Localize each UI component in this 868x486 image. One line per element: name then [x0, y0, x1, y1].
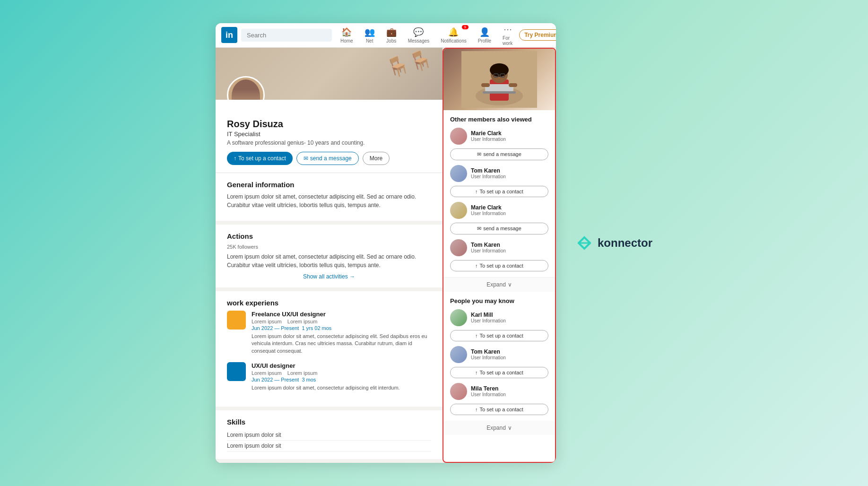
people-member-item-2: Tom Karen User Information [450, 346, 548, 363]
skills-section: Skills Lorem ipsum dolor sit Lorem ipsum… [216, 410, 443, 463]
konnector-icon [575, 234, 594, 252]
nav-home[interactable]: 🏠 Home [336, 25, 358, 45]
nav-notifications[interactable]: 9 🔔 Notifications [436, 25, 471, 45]
work-details-2: UX/UI designer Lorem ipsum Lorem ipsum J… [252, 362, 431, 391]
right-sidebar: Other members also viewed Marie Clark Us… [443, 48, 556, 463]
member-item-2: Tom Karen User Information [450, 165, 548, 182]
work-desc-2: Lorem ipsum dolor sit amet, consectetur … [252, 384, 431, 391]
nav-profile[interactable]: 👤 Profile [473, 25, 496, 45]
member-4-contact-button[interactable]: ↑ To set up a contact [450, 260, 548, 271]
jobs-icon: 💼 [386, 27, 397, 37]
profile-title: IT Specialist [227, 130, 431, 138]
work-icon-1 [227, 311, 246, 330]
search-input[interactable] [241, 29, 332, 42]
konnector-name: konnector [598, 236, 652, 250]
message-button-label: send a message [310, 155, 352, 162]
svg-rect-7 [481, 83, 490, 87]
for-work-icon: ⋯ [503, 24, 512, 35]
member-1-message-button[interactable]: ✉ send a message [450, 148, 548, 160]
also-viewed-member-1: Marie Clark User Information ✉ send a me… [450, 128, 548, 160]
more-button[interactable]: More [363, 152, 390, 165]
nav-jobs[interactable]: 💼 Jobs [382, 25, 401, 45]
contact-icon: ↑ [234, 155, 236, 162]
member-name-4: Tom Karen [471, 242, 548, 248]
member-avatar-2 [450, 165, 467, 182]
nav-for-work[interactable]: ⋯ For work [498, 23, 517, 48]
premium-button[interactable]: Try Premium for free [519, 29, 556, 41]
member-info-2: Tom Karen User Information [471, 167, 548, 179]
member-avatar-1 [450, 128, 467, 145]
expand-also-viewed-button[interactable]: Expand ∨ [443, 278, 555, 292]
show-activities-link[interactable]: Show all activities → [227, 273, 431, 280]
svg-rect-8 [509, 83, 517, 87]
nav-messages[interactable]: 💬 Messages [403, 25, 434, 45]
people-avatar-2 [450, 346, 467, 363]
konnector-logo: konnector [575, 234, 652, 252]
work-icon-2 [227, 362, 246, 381]
profile-info: Rosy Disuza IT Specialist A software pro… [216, 100, 443, 173]
nav-notifications-label: Notifications [441, 38, 466, 43]
nav-profile-label: Profile [478, 38, 491, 43]
work-title: work experiens [227, 299, 431, 307]
member-role-4: User Information [471, 248, 548, 253]
work-company-2: Lorem ipsum Lorem ipsum [252, 370, 431, 376]
actions-title: Actions [227, 232, 431, 240]
work-duration-2: Jun 2022 — Present 3 mos [252, 377, 431, 382]
work-title-2: UX/UI designer [252, 362, 431, 369]
notifications-icon: 🔔 [448, 27, 459, 37]
chevron-down-icon-2: ∨ [508, 425, 512, 431]
people-1-contact-button[interactable]: ↑ To set up a contact [450, 330, 548, 341]
contact-button[interactable]: ↑ To set up a contact [227, 152, 293, 165]
contact-icon-p2: ↑ [475, 370, 478, 375]
member-item-4: Tom Karen User Information [450, 239, 548, 256]
linkedin-logo[interactable]: in [221, 27, 237, 43]
people-role-1: User Information [471, 318, 548, 323]
work-experience-section: work experiens Freelance UX/UI designer … [216, 291, 443, 411]
people-info-3: Mila Teren User Information [471, 385, 548, 397]
message-icon: ✉ [304, 155, 308, 162]
people-2-contact-button[interactable]: ↑ To set up a contact [450, 367, 548, 378]
profile-actions: ↑ To set up a contact ✉ send a message M… [227, 152, 431, 165]
profile-section: 🪑🪑 Rosy Disuza IT Specialist A software … [216, 48, 443, 463]
member-role-2: User Information [471, 174, 548, 179]
people-avatar-1 [450, 309, 467, 326]
people-member-item-3: Mila Teren User Information [450, 383, 548, 400]
message-button[interactable]: ✉ send a message [296, 152, 359, 165]
skill-item-2: Lorem ipsum dolor sit [227, 441, 431, 451]
promo-illustration [461, 51, 537, 108]
svg-rect-5 [483, 91, 516, 94]
work-item-2: UX/UI designer Lorem ipsum Lorem ipsum J… [227, 362, 431, 391]
member-3-message-button[interactable]: ✉ send a message [450, 223, 548, 234]
member-name-1: Marie Clark [471, 130, 548, 137]
people-info-1: Karl Mill User Information [471, 312, 548, 323]
people-you-may-know-section: People you may know Karl Mill User Infor… [443, 292, 555, 421]
general-info-title: General information [227, 181, 431, 189]
member-item-1: Marie Clark User Information [450, 128, 548, 145]
profile-name: Rosy Disuza [227, 119, 431, 130]
people-3-contact-button[interactable]: ↑ To set up a contact [450, 404, 548, 415]
expand-label-2: Expand [486, 425, 506, 431]
member-name-3: Marie Clark [471, 204, 548, 211]
message-icon-1: ✉ [477, 151, 481, 157]
work-duration-1: Jun 2022 — Present 1 yrs 02 mos [252, 325, 431, 331]
nav-home-label: Home [340, 38, 353, 43]
profile-bio: A software professional genius- 10 years… [227, 139, 431, 146]
work-item-1: Freelance UX/UI designer Lorem ipsum Lor… [227, 311, 431, 355]
skills-title: Skills [227, 418, 431, 426]
contact-button-label: To set up a contact [238, 155, 286, 162]
people-info-2: Tom Karen User Information [471, 348, 548, 360]
expand-label-1: Expand [486, 281, 506, 288]
expand-people-button[interactable]: Expand ∨ [443, 421, 555, 435]
member-info-4: Tom Karen User Information [471, 242, 548, 253]
profile-cover: 🪑🪑 [216, 48, 443, 100]
actions-text: Lorem ipsum dolor sit amet, consectetur … [227, 252, 431, 269]
nav-for-work-label: For work [503, 35, 512, 46]
contact-icon-p3: ↑ [475, 407, 478, 412]
nav-network[interactable]: 👥 Net [360, 25, 380, 45]
people-name-1: Karl Mill [471, 312, 548, 318]
actions-section: Actions 25K followers Lorem ipsum dolor … [216, 225, 443, 291]
page-wrapper: in 🏠 Home 👥 Net 💼 Jobs 💬 Messages [0, 0, 868, 486]
member-avatar-4 [450, 239, 467, 256]
member-avatar-3 [450, 202, 467, 219]
member-2-contact-button[interactable]: ↑ To set up a contact [450, 186, 548, 197]
